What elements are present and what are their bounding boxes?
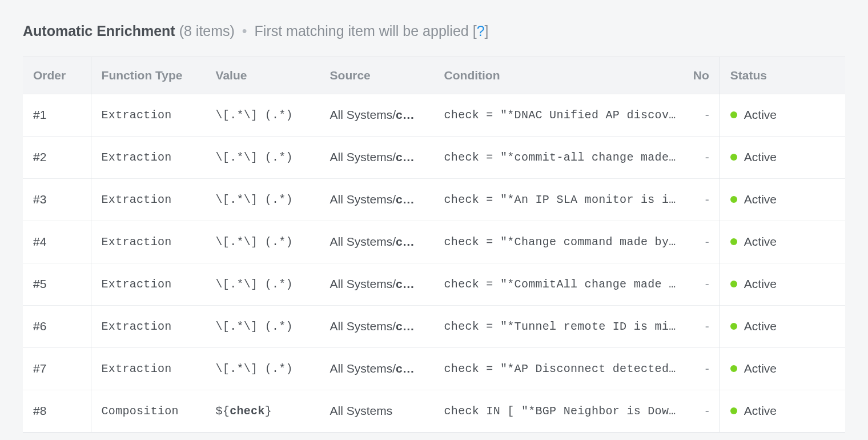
cell-status: Active xyxy=(720,221,787,263)
cell-function-type: Extraction xyxy=(91,306,206,347)
cell-status: Active xyxy=(720,94,787,136)
table-row[interactable]: #7 xyxy=(23,347,91,390)
status-label: Active xyxy=(744,362,777,375)
cell-note: - xyxy=(691,137,720,178)
cell-note: - xyxy=(691,221,720,263)
cell-value: ${check} xyxy=(206,390,320,432)
table-row[interactable]: Active xyxy=(720,178,845,221)
cell-condition: check = "*An IP SLA monitor is in… xyxy=(434,179,691,221)
hdr-value[interactable]: Value xyxy=(206,57,320,94)
status-dot-icon xyxy=(730,154,737,161)
cell-status: Active xyxy=(720,348,787,390)
enrichment-table: Order #1#2#3#4#5#6#7#8 Function Type Val… xyxy=(23,57,845,433)
table-row[interactable]: #5 xyxy=(23,263,91,305)
hdr-condition[interactable]: Condition xyxy=(434,57,691,94)
cell-order: #1 xyxy=(23,94,57,136)
status-dot-icon xyxy=(730,323,737,330)
hdr-order[interactable]: Order xyxy=(23,57,76,94)
cell-function-type: Extraction xyxy=(91,221,206,263)
cell-note: - xyxy=(691,94,720,136)
cell-condition: check = "*AP Disconnect detected*" xyxy=(434,348,691,390)
table-row[interactable]: #8 xyxy=(23,390,91,432)
hdr-status[interactable]: Status xyxy=(720,57,777,94)
cell-value: \[.*\] (.*) xyxy=(206,94,320,136)
cell-function-type: Extraction xyxy=(91,263,206,305)
table-row[interactable]: #1 xyxy=(23,94,91,136)
cell-value: \[.*\] (.*) xyxy=(206,179,320,221)
cell-function-type: Extraction xyxy=(91,348,206,390)
col-status: Status ActiveActiveActiveActiveActiveAct… xyxy=(720,57,845,432)
help-link[interactable]: [?] xyxy=(473,23,489,39)
cell-status: Active xyxy=(720,263,787,305)
table-row[interactable]: Active xyxy=(720,136,845,178)
status-dot-icon xyxy=(730,238,737,245)
status-label: Active xyxy=(744,193,777,206)
cell-source: All Systems/c… xyxy=(320,348,434,390)
cell-note: - xyxy=(691,306,720,347)
cell-status: Active xyxy=(720,306,787,347)
table-row[interactable]: Active xyxy=(720,263,845,305)
status-label: Active xyxy=(744,319,777,333)
status-label: Active xyxy=(744,404,777,418)
table-row[interactable]: Extraction\[.*\] (.*)All Systems/c…check… xyxy=(91,347,720,390)
table-row[interactable]: Extraction\[.*\] (.*)All Systems/c…check… xyxy=(91,305,720,347)
cell-status: Active xyxy=(720,179,787,221)
cell-source: All Systems/c… xyxy=(320,179,434,221)
table-row[interactable]: Active xyxy=(720,390,845,432)
status-dot-icon xyxy=(730,365,737,372)
col-order: Order #1#2#3#4#5#6#7#8 xyxy=(23,57,91,432)
cell-source: All Systems/c… xyxy=(320,263,434,305)
cell-condition: check = "*commit-all change made … xyxy=(434,137,691,178)
table-row[interactable]: Extraction\[.*\] (.*)All Systems/c…check… xyxy=(91,263,720,305)
cell-value: \[.*\] (.*) xyxy=(206,221,320,263)
status-label: Active xyxy=(744,150,777,164)
table-row[interactable]: #4 xyxy=(23,221,91,263)
hdr-source[interactable]: Source xyxy=(320,57,434,94)
cell-status: Active xyxy=(720,390,787,432)
cell-source: All Systems xyxy=(320,390,434,432)
section-heading: Automatic Enrichment (8 items) • First m… xyxy=(23,22,845,41)
table-row[interactable]: #6 xyxy=(23,305,91,347)
cell-note: - xyxy=(691,390,720,432)
cell-value: \[.*\] (.*) xyxy=(206,348,320,390)
table-row[interactable]: Extraction\[.*\] (.*)All Systems/c…check… xyxy=(91,221,720,263)
col-main: Function Type Value Source Condition No … xyxy=(91,57,720,432)
cell-condition: check = "*CommitAll change made b… xyxy=(434,263,691,305)
table-row[interactable]: Extraction\[.*\] (.*)All Systems/c…check… xyxy=(91,94,720,136)
table-row[interactable]: Active xyxy=(720,347,845,390)
table-row[interactable]: Active xyxy=(720,305,845,347)
table-row[interactable]: Extraction\[.*\] (.*)All Systems/c…check… xyxy=(91,178,720,221)
cell-condition: check = "*DNAC Unified AP discove… xyxy=(434,94,691,136)
section-title: Automatic Enrichment xyxy=(23,23,175,39)
cell-order: #3 xyxy=(23,179,57,221)
status-dot-icon xyxy=(730,196,737,203)
cell-order: #2 xyxy=(23,137,57,178)
hdr-note[interactable]: No xyxy=(691,57,720,94)
cell-value: \[.*\] (.*) xyxy=(206,263,320,305)
status-dot-icon xyxy=(730,281,737,287)
cell-order: #7 xyxy=(23,348,57,390)
table-row[interactable]: #2 xyxy=(23,136,91,178)
status-dot-icon xyxy=(730,407,737,414)
cell-source: All Systems/c… xyxy=(320,94,434,136)
cell-order: #6 xyxy=(23,306,57,347)
cell-note: - xyxy=(691,179,720,221)
cell-value: \[.*\] (.*) xyxy=(206,306,320,347)
status-label: Active xyxy=(744,108,777,122)
status-dot-icon xyxy=(730,111,737,118)
cell-order: #4 xyxy=(23,221,57,263)
cell-source: All Systems/c… xyxy=(320,306,434,347)
table-row[interactable]: Active xyxy=(720,94,845,136)
hdr-function-type[interactable]: Function Type xyxy=(91,57,206,94)
table-row[interactable]: #3 xyxy=(23,178,91,221)
status-label: Active xyxy=(744,235,777,249)
cell-function-type: Composition xyxy=(91,390,206,432)
cell-source: All Systems/c… xyxy=(320,221,434,263)
table-row[interactable]: Extraction\[.*\] (.*)All Systems/c…check… xyxy=(91,136,720,178)
cell-condition: check = "*Tunnel remote ID is mis… xyxy=(434,306,691,347)
cell-note: - xyxy=(691,348,720,390)
table-row[interactable]: Active xyxy=(720,221,845,263)
table-row[interactable]: Composition${check}All Systemscheck IN [… xyxy=(91,390,720,432)
cell-value: \[.*\] (.*) xyxy=(206,137,320,178)
section-note: First matching item will be applied xyxy=(255,23,473,39)
